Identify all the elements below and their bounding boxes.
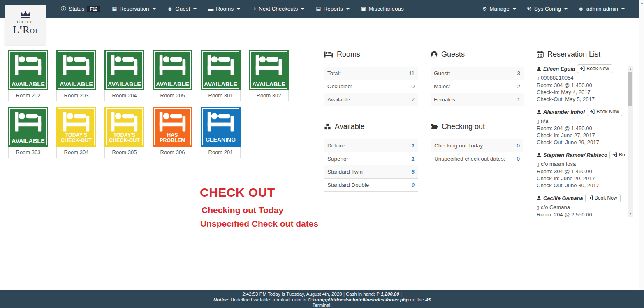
room-tile-room-205[interactable]: AVAILABLE Room 205: [153, 50, 192, 101]
book-now-button[interactable]: Book Now: [609, 151, 625, 159]
guest-name: Alexander Imhol: [543, 109, 585, 115]
scrollbar-thumb[interactable]: [628, 72, 632, 106]
room-status-label: TODAY'S CHECK-OUT: [58, 133, 95, 143]
room-tile-room-301[interactable]: AVAILABLE Room 301: [201, 50, 241, 101]
nav-item-sys-config[interactable]: ⚒ Sys Config: [521, 6, 573, 12]
stat-label: Males:: [431, 80, 500, 93]
reservation-list-panel: Reservation List Eileen Eguia Book Now ▯…: [537, 50, 625, 217]
hotel-logo: HOTEL LEROI: [5, 5, 46, 45]
book-now-button[interactable]: Book Now: [585, 194, 621, 202]
room-tile-room-203[interactable]: AVAILABLE Room 203: [56, 50, 96, 101]
gears-icon: ⚙: [482, 6, 487, 11]
guests-panel-title: Guests: [431, 50, 524, 59]
room-number-label: Room 204: [104, 90, 144, 101]
user-icon: [537, 196, 541, 200]
room-status-tile: AVAILABLE: [8, 50, 48, 90]
stat-label: Superior: [324, 152, 402, 165]
chevron-down-icon: [237, 8, 240, 10]
stat-label: Females:: [431, 93, 500, 106]
nav-item-rooms[interactable]: ▬ Rooms: [202, 6, 246, 12]
bed-icon: ▬: [208, 6, 213, 11]
stat-value: 0: [402, 179, 418, 192]
stat-value: 0: [391, 80, 418, 93]
checking-out-panel-title: Checking out: [431, 122, 523, 131]
nav-item-reservation[interactable]: ▦ Reservation: [106, 6, 161, 12]
room-grid-row-2: AVAILABLE Room 303 TODAY'S CHECK-OUT Roo…: [8, 107, 289, 158]
stat-row-checking-out-today: Checking out Today: 0: [431, 139, 523, 152]
guest-check-in: Check-In: June 27, 2017: [537, 132, 625, 139]
footer-cash-value: 1,200.00: [381, 292, 399, 297]
room-tile-room-303[interactable]: AVAILABLE Room 303: [8, 107, 48, 158]
stat-row-females: Females: 1: [431, 93, 524, 106]
chevron-down-icon: [153, 8, 156, 10]
stat-value: 1: [500, 93, 524, 106]
reservation-entry-header: Stephen Ramos/ Rebisco Book Now: [537, 151, 625, 159]
book-now-button[interactable]: Book Now: [587, 108, 622, 116]
checkout-annotation-sub1: Checking out Today: [202, 205, 283, 215]
nav-item-miscellaneous[interactable]: ▣ Miscellaneous: [355, 6, 410, 12]
stat-row-deluxe: Deluxe 1: [324, 139, 418, 152]
footer-notice-path: C:\xampp\htdocs\schotel\includes\footer.…: [308, 297, 409, 302]
tools-icon: ⚒: [527, 6, 532, 11]
nav-item-next-checkouts[interactable]: ➔ Next Checkouts: [246, 6, 310, 12]
stat-value: 1: [402, 152, 418, 165]
nav-item-reports[interactable]: ▤ Reports: [310, 6, 355, 12]
info-icon: ⓘ: [61, 6, 66, 11]
room-tile-room-304[interactable]: TODAY'S CHECK-OUT Room 304: [56, 107, 96, 158]
page-scrollbar[interactable]: ▲: [639, 0, 644, 290]
room-tile-room-306[interactable]: HAS PROBLEM Room 306: [153, 107, 192, 158]
nav-item-admin-admin[interactable]: ☻ admin admin: [573, 6, 630, 12]
book-now-label: Book Now: [596, 109, 619, 115]
chevron-down-icon: [564, 8, 568, 10]
nav-item-manage[interactable]: ⚙ Manage: [477, 6, 521, 12]
guest-room: Room: 304 @ 1,450.00: [537, 168, 625, 175]
arrow-right-icon: ➔: [252, 6, 256, 11]
room-tile-room-204[interactable]: AVAILABLE Room 204: [104, 50, 144, 101]
admin-user-icon: ☻: [578, 6, 584, 11]
stat-value: 11: [391, 67, 418, 80]
chevron-down-icon: [301, 8, 304, 10]
reservation-entry: Cecille Gamana Book Now ▯c/o Gamana Room…: [537, 194, 625, 217]
footer-terminal-line: Terminal:: [0, 303, 644, 308]
room-tile-room-201[interactable]: CLEANING Room 201: [201, 107, 241, 158]
chevron-down-icon: [513, 8, 516, 10]
top-navbar: ⓘ Status F12 ▦ Reservation ☻ Guest ▬ Roo…: [0, 0, 639, 18]
room-tile-room-305[interactable]: TODAY'S CHECK-OUT Room 305: [104, 107, 144, 158]
room-tile-room-302[interactable]: AVAILABLE Room 302: [249, 50, 289, 101]
guest-room: Room: 204 @ 2,550.00: [537, 211, 625, 217]
reservation-list-title: Reservation List: [537, 50, 625, 59]
scroll-up-icon[interactable]: ▲: [628, 67, 633, 71]
stat-value: 7: [391, 93, 418, 106]
room-tile-room-202[interactable]: AVAILABLE Room 202: [8, 50, 48, 101]
stat-label: Standard Twin: [324, 165, 402, 179]
scroll-up-icon[interactable]: ▲: [639, 0, 644, 5]
room-number-label: Room 301: [201, 90, 241, 101]
room-status-tile: AVAILABLE: [249, 50, 289, 90]
stat-label: Total:: [324, 67, 391, 80]
reservation-entry-header: Eileen Eguia Book Now: [537, 64, 625, 73]
scroll-down-icon[interactable]: ▼: [628, 211, 633, 216]
book-now-label: Book Now: [619, 152, 625, 158]
phone-icon: ▯: [537, 76, 539, 80]
room-status-label: AVAILABLE: [10, 138, 46, 144]
logo-brand-name: LEROI: [13, 24, 38, 36]
reservation-entry: Stephen Ramos/ Rebisco Book Now ▯c/o maa…: [537, 151, 625, 189]
nav-item-status[interactable]: ⓘ Status F12: [55, 6, 106, 12]
footer: 2:42:53 PM Today is Tuesday, August 4th,…: [0, 290, 644, 308]
footer-notice-label: Notice: [213, 297, 228, 302]
nav-item-label: Miscellaneous: [368, 6, 404, 12]
footer-notice-line: Notice: Undefined variable: terminal_num…: [0, 297, 644, 303]
room-number-label: Room 202: [8, 90, 48, 101]
book-now-button[interactable]: Book Now: [577, 64, 612, 73]
stat-row-standard-twin: Standard Twin 5: [324, 165, 418, 179]
reservation-entry-header: Alexander Imhol Book Now: [537, 108, 625, 116]
reservation-list-scrollbar[interactable]: ▲ ▼: [628, 66, 633, 217]
room-number-label: Room 304: [56, 147, 96, 158]
nav-item-guest[interactable]: ☻ Guest: [162, 6, 203, 12]
calendar-icon: [537, 51, 544, 58]
room-status-tile: HAS PROBLEM: [153, 107, 192, 147]
room-status-label: CLEANING: [202, 137, 239, 143]
panel-title-text: Reservation List: [547, 50, 600, 59]
user-circle-icon: [431, 51, 438, 58]
book-now-label: Book Now: [586, 66, 609, 71]
